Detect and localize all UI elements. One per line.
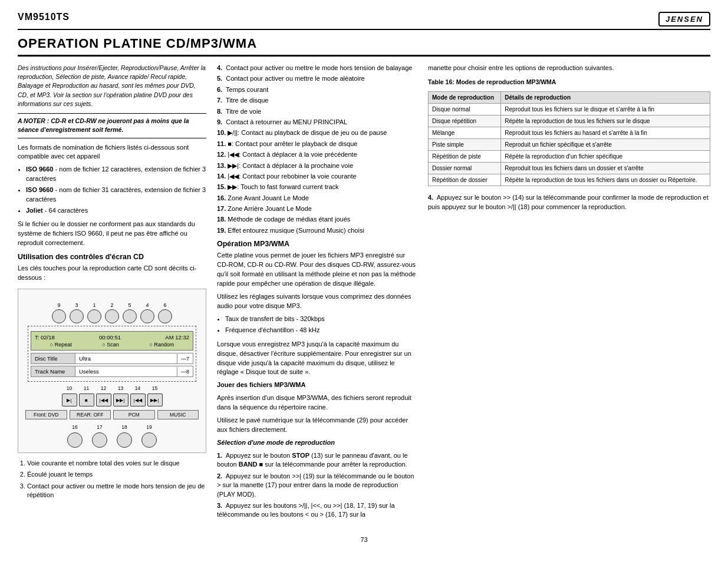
model-number: VM9510TS [18, 12, 70, 22]
list-item: 12. |◀◀: Contact à déplacer à la voie pr… [217, 150, 417, 159]
table-cell-mode: Disque normal [429, 104, 501, 115]
step4-list: 4. Appuyez sur le bouton >> (14) sur la … [428, 193, 710, 211]
btn-num-4: 4 [146, 302, 149, 308]
cd-screen: T: 02/18 00:00:51 AM 12:32 ○ Repeat ○ Sc… [31, 331, 193, 351]
ctrl-ffwd[interactable]: ▶▶| [147, 394, 163, 406]
table-row: Piste simpleReproduit un fichier spécifi… [429, 139, 710, 151]
list-item: 6. Temps courant [217, 85, 417, 94]
button-6[interactable] [158, 309, 172, 323]
mode-music[interactable]: MUSIC [157, 410, 199, 419]
column-left: Des instructions pour Insérer/Ejecter, R… [18, 64, 206, 524]
track-name-num: —8 [177, 367, 193, 376]
table-row: Dossier normalReproduit tous les fichier… [429, 163, 710, 174]
button-3[interactable] [70, 309, 84, 323]
track-name-row: Track Name Useless —8 [31, 366, 193, 377]
main-content: Des instructions pour Insérer/Ejecter, R… [18, 64, 710, 524]
ctrl-rewind[interactable]: |◀◀ [130, 394, 146, 406]
ctrl-play-pause[interactable]: ▶| [62, 394, 77, 406]
list-item: Contact pour activer ou mettre le mode h… [27, 482, 206, 500]
table-row: Disque répétitionRépète la reproduction … [429, 115, 710, 127]
bottom-num-16: 16 [67, 424, 83, 430]
button-9[interactable] [52, 309, 66, 323]
list-item: 14. |◀◀: Contact pour rebobiner la voie … [217, 172, 417, 181]
cd-diagram: 9 3 1 2 5 [18, 289, 206, 453]
table-row: MélangeReproduit tous les fichiers au ha… [429, 127, 710, 139]
list-item: 3. Appuyez sur les boutons >/||, |<<, ou… [217, 501, 417, 520]
mode-select-title: Sélection d'une mode de reproduction [217, 439, 335, 446]
mp3-play-text: Après insertion d'un disque MP3/WMA, des… [217, 394, 417, 412]
bottom-num-17: 17 [92, 424, 107, 430]
btn-num-3: 3 [75, 302, 78, 308]
track-name-value: Useless [75, 366, 177, 376]
bottom-btn-17[interactable] [92, 432, 107, 448]
list-item: 7. Titre de disque [217, 96, 417, 105]
table-cell-mode: Répétition de piste [429, 151, 501, 163]
mp3-intro: Cette platine vous permet de jouer les f… [217, 251, 417, 289]
table-row: Disque normalReproduit tous les fichiers… [429, 104, 710, 115]
btn-num-9: 9 [57, 302, 60, 308]
ctrl-next-track[interactable]: ▶▶| [113, 394, 129, 406]
table-header-detail: Détails de reproduction [501, 92, 710, 104]
screen-repeat: ○ Repeat [50, 342, 72, 348]
button-2[interactable] [105, 309, 119, 323]
button-1[interactable] [87, 309, 101, 323]
mp3-note: Lorsque vous enregistrez MP3 jusqu'à la … [217, 340, 417, 378]
table-cell-detail: Reproduit tous les fichiers dans un doss… [501, 163, 710, 174]
table-cell-mode: Répétition de dossier [429, 174, 501, 186]
btn-num-5: 5 [128, 302, 131, 308]
disc-title-value: Ultra [75, 353, 177, 363]
items-4-19-list: 4. Contact pour activer ou mettre le mod… [217, 64, 417, 235]
table-cell-detail: Reproduit un fichier spécifique et s'arr… [501, 139, 710, 151]
bottom-btn-16[interactable] [67, 432, 83, 448]
list-item: 11. ■: Contact pour arrêter le playback … [217, 140, 417, 148]
screen-random: ○ Random [149, 342, 174, 348]
mode-pcm[interactable]: PCM [113, 410, 155, 419]
list-item: 5. Contact pour activer ou mettre le mod… [217, 74, 417, 83]
table-cell-mode: Mélange [429, 127, 501, 139]
list-item: Fréquence d'échantillon - 48 kHz [225, 326, 417, 335]
list-item: Taux de transfert de bits - 320kbps [225, 315, 417, 323]
table-row: Répétition de pisteRépète la reproductio… [429, 151, 710, 163]
mp3-settings-list: Taux de transfert de bits - 320kbps Fréq… [225, 315, 417, 335]
table-cell-detail: Reproduit tous les fichiers sur le disqu… [501, 104, 710, 115]
btn-num-6: 6 [163, 302, 166, 308]
ctrl-prev-track[interactable]: |◀◀ [96, 394, 111, 406]
list-item: 1. Appuyez sur le bouton STOP (13) sur l… [217, 451, 417, 470]
format-list: ISO 9660 - nom de fichier 12 caractères,… [26, 165, 206, 215]
btn-num-1: 1 [93, 302, 95, 308]
screen-ampm: AM 12:32 [165, 334, 189, 340]
bottom-num-19: 19 [141, 424, 157, 430]
warning-text: A NOTER : CD-R et CD-RW ne joueront pas … [18, 113, 206, 138]
mode-buttons-row: Front: DVD REAR: OFF PCM MUSIC [23, 410, 201, 419]
screen-scan: ○ Scan [102, 342, 118, 348]
mode-rear-off[interactable]: REAR: OFF [70, 410, 111, 419]
column-middle: 4. Contact pour activer ou mettre le mod… [217, 64, 417, 524]
format-note: Si le fichier ou le dossier ne conformen… [18, 220, 206, 248]
bottom-num-18: 18 [117, 424, 132, 430]
mode-steps-list: 1. Appuyez sur le bouton STOP (13) sur l… [217, 451, 417, 520]
table-header-mode: Mode de reproduction [429, 92, 501, 104]
mp3-settings: Utilisez les réglages suivants lorsque v… [217, 292, 417, 311]
step3-continuation: manette pour choisir entre les options d… [428, 64, 710, 73]
disc-title-num: —7 [177, 354, 193, 363]
list-item: Joliet - 64 caractères [26, 206, 206, 215]
bottom-btn-19[interactable] [141, 432, 157, 448]
ctrl-num-13: 13 [113, 385, 129, 391]
bottom-btn-18[interactable] [117, 432, 132, 448]
intro-text: Des instructions pour Insérer/Ejecter, R… [18, 64, 206, 108]
ctrl-num-14: 14 [130, 385, 146, 391]
cd-section-intro: Les clés touches pour la reproduction ca… [18, 264, 206, 283]
track-name-label: Track Name [31, 366, 75, 376]
list-item: 8. Titre de voie [217, 107, 417, 116]
mode-front-dvd[interactable]: Front: DVD [25, 410, 67, 419]
ctrl-stop[interactable]: ■ [79, 394, 94, 406]
ctrl-num-10: 10 [62, 385, 77, 391]
ctrl-num-15: 15 [147, 385, 163, 391]
list-item: Écoulé jouant le temps [27, 470, 206, 479]
button-5[interactable] [123, 309, 137, 323]
table-row: Répétition de dossierRépète la reproduct… [429, 174, 710, 186]
table-cell-mode: Dossier normal [429, 163, 501, 174]
button-4[interactable] [140, 309, 154, 323]
list-item: 15. ▶▶: Touch to fast forward current tr… [217, 183, 417, 191]
btn-num-2: 2 [110, 302, 113, 308]
